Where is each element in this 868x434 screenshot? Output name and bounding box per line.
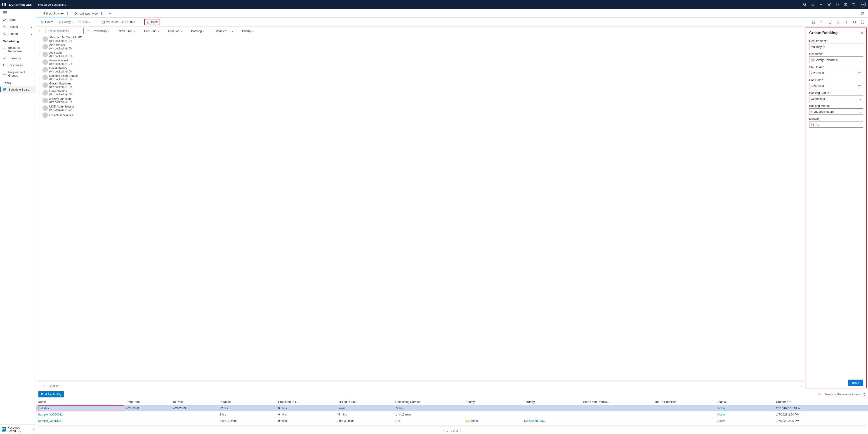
booking-status-field[interactable]: Committed ⌄ — [809, 96, 863, 102]
view-list-dropdown[interactable]: List ⌄ — [76, 20, 92, 25]
expand-icon[interactable]: 〉 — [38, 68, 41, 72]
app-launcher-icon[interactable] — [2, 3, 6, 6]
resource-field[interactable]: Avery Howard✕ — [809, 57, 863, 63]
nav-requirement-groups[interactable]: Requirement Groups — [0, 69, 36, 79]
date-range-picker[interactable]: 2/21/2023 - 2/27/2023 — [100, 20, 137, 25]
priority-link[interactable]: Normal — [468, 419, 478, 423]
start-date-field[interactable]: 2/20/2023 — [809, 70, 863, 76]
sort-button[interactable]: ⇅ — [86, 29, 91, 33]
expand-icon[interactable]: 〉 — [38, 60, 41, 64]
column-header[interactable]: Time To Promised — [651, 399, 716, 405]
column-header[interactable]: Proposed Dur… — [276, 399, 335, 405]
booking-method-field[interactable]: Front Load Hours ⌄ — [809, 108, 863, 115]
end-date-field[interactable]: 2/24/2023 — [809, 82, 863, 89]
resource-row[interactable]: 〉 Jeremy Johnson (0m booked) 0% — [36, 97, 806, 104]
column-header[interactable]: Priority — [464, 399, 522, 405]
tab-menu-icon[interactable]: ⋮ — [66, 11, 69, 15]
filter-icon[interactable] — [827, 3, 831, 6]
map-panel-icon[interactable] — [811, 20, 816, 25]
search-resources-input[interactable] — [45, 28, 84, 34]
col-duration[interactable]: Duration⌄ — [168, 29, 182, 33]
collapse-panel-button[interactable]: ⌄ — [800, 384, 803, 388]
close-icon[interactable]: ✕ — [860, 31, 863, 35]
refresh-icon[interactable] — [863, 393, 866, 396]
column-header[interactable]: From Date — [124, 399, 171, 405]
status-link[interactable]: Active — [717, 406, 725, 410]
resource-row[interactable]: 〉 Abraham McCormick MD (0m booked) 0% — [36, 35, 806, 43]
area-name[interactable]: Resource Scheduling — [38, 3, 66, 6]
expand-icon[interactable]: 〉 — [38, 91, 41, 95]
nav-recent[interactable]: Recent ⌄ — [0, 23, 36, 30]
find-availability-button[interactable]: Find Availability — [38, 391, 64, 397]
col-priority[interactable]: Priority⌄ — [242, 29, 254, 33]
table-row[interactable]: Sample_WO000112 hrs0 mins45 mins1 hr 15 … — [36, 411, 868, 418]
status-link[interactable]: Active — [717, 413, 725, 416]
expand-icon[interactable]: 〉 — [38, 37, 41, 41]
resource-row[interactable]: 〉 Gerald Stephens (0m booked) 0% — [36, 81, 806, 89]
col-start-time[interactable]: Start Time⌄ — [119, 29, 135, 33]
hierarchy-icon[interactable] — [835, 20, 841, 25]
settings-icon[interactable] — [844, 20, 849, 25]
status-link[interactable]: Active — [717, 419, 725, 423]
gear-icon[interactable] — [835, 3, 839, 6]
search-input[interactable] — [47, 29, 82, 33]
book-button[interactable]: Book — [144, 19, 160, 25]
more-actions-button[interactable]: ⋯ — [161, 20, 167, 25]
nav-resources[interactable]: Resources — [0, 62, 36, 69]
resource-row[interactable]: 〉 Alex Baker (0m booked) 0% — [36, 51, 806, 58]
expand-icon[interactable]: 〉 — [38, 98, 41, 102]
table-row[interactable]: multiday2/20/20232/24/202372 hrs0 mins0 … — [36, 405, 868, 411]
column-header[interactable]: Name — [36, 399, 124, 405]
spinner-up-icon[interactable]: ⌃ — [860, 123, 862, 126]
requirement-search-input[interactable] — [823, 392, 861, 397]
resource-row[interactable]: 〉 Halle Griffiths (0m booked) 0% — [36, 89, 806, 97]
requirement-link[interactable]: Sample_WO13941 — [38, 419, 63, 423]
filters-button[interactable]: Filters — [39, 20, 55, 25]
tab-on-call-pool-view[interactable]: On-call pool view ⋮ — [72, 9, 105, 17]
tab-menu-icon[interactable]: ⋮ — [100, 12, 103, 15]
book-submit-button[interactable]: Book — [848, 379, 863, 386]
expand-all-button[interactable]: 〉 — [38, 29, 42, 33]
col-estimated[interactable]: Estimated …⌄ — [213, 29, 233, 33]
expand-icon[interactable]: 〉 — [38, 113, 41, 117]
resource-row[interactable]: 〉 On-call specialists — [36, 112, 806, 118]
expand-icon[interactable]: 〉 — [38, 45, 41, 49]
expand-icon[interactable]: 〉 — [38, 75, 41, 79]
search-icon[interactable] — [818, 393, 822, 396]
column-header[interactable]: Duration — [218, 399, 276, 405]
requirement-field[interactable]: multiday✕ — [809, 43, 863, 50]
user-avatar[interactable]: MA — [860, 2, 866, 7]
horizontal-scrollbar[interactable] — [38, 379, 804, 382]
plus-icon[interactable] — [819, 3, 823, 6]
nav-resource-requirements[interactable]: Resource Requireme… — [0, 44, 36, 55]
calendar-icon[interactable] — [858, 71, 862, 74]
help-icon[interactable] — [844, 3, 847, 6]
resource-row[interactable]: 〉 Avery Howard (0m booked) 0% — [36, 58, 806, 66]
fullscreen-icon[interactable] — [860, 20, 865, 25]
bell-icon[interactable] — [827, 20, 833, 25]
resource-row[interactable]: 〉 Alan Steiner (0m booked) 0% — [36, 43, 806, 51]
column-header[interactable]: Territory — [522, 399, 581, 405]
hamburger-icon[interactable] — [0, 9, 36, 16]
prev-range-button[interactable]: 〈 — [93, 20, 99, 25]
expand-tabs-icon[interactable] — [860, 10, 866, 16]
duration-field[interactable]: 72 hrs ⌃ — [809, 121, 863, 128]
tab-initial-public-view[interactable]: Initial public view ⋮ — [38, 9, 71, 18]
resource-row[interactable]: 〉 Doctor's office Seattle (0m booked) 0% — [36, 74, 806, 81]
next-page-button[interactable]: 〉 — [460, 429, 463, 433]
territory-link[interactable]: NA-United Sta… — [524, 419, 546, 423]
timescale-dropdown[interactable]: Hourly ⌄ — [56, 20, 76, 25]
search-icon[interactable] — [803, 3, 807, 6]
prev-page-button[interactable]: 〈 — [441, 429, 444, 433]
table-row[interactable]: Sample_WO139413 hrs 30 mins0 mins2 hrs 3… — [36, 418, 868, 424]
col-availability[interactable]: Availability⌄ — [93, 29, 110, 33]
column-header[interactable]: Status — [716, 399, 774, 405]
next-page-button[interactable]: 〉 — [61, 384, 64, 388]
calendar-icon[interactable] — [858, 84, 862, 88]
col-booking[interactable]: Booking⌄ — [191, 29, 205, 33]
nav-schedule-board[interactable]: Schedule Board — [0, 86, 36, 93]
next-range-button[interactable]: 〉 — [138, 20, 143, 25]
horizontal-scrollbar[interactable] — [38, 425, 866, 427]
column-header[interactable]: To Date — [171, 399, 218, 405]
column-header[interactable]: Created On — [774, 399, 868, 405]
